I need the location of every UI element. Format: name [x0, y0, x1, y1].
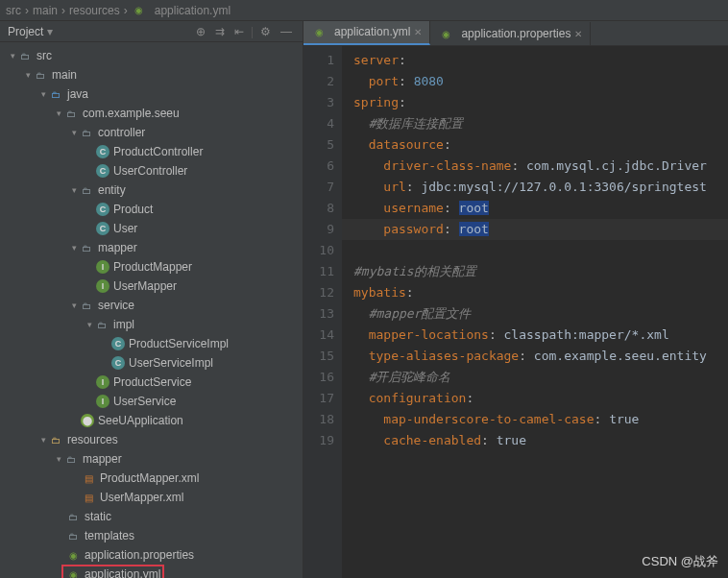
tree-node-class[interactable]: CProduct — [0, 200, 303, 219]
interface-icon: I — [96, 395, 109, 408]
class-icon: C — [111, 337, 125, 350]
tab-label: application.properties — [461, 27, 570, 40]
tree-node-entity[interactable]: ▾🗀entity — [0, 181, 303, 200]
class-icon: C — [96, 164, 109, 178]
class-icon: C — [111, 356, 125, 370]
view-options-icon[interactable]: ⇉ — [212, 25, 228, 38]
tree-node-folder[interactable]: 🗀templates — [0, 526, 303, 545]
tree-node-java[interactable]: ▾🗀java — [0, 84, 303, 104]
tree-node-folder[interactable]: 🗀static — [0, 507, 303, 526]
xml-icon: ▤ — [81, 490, 96, 505]
properties-icon: ◉ — [65, 547, 81, 563]
spring-app-icon: ⬤ — [81, 414, 94, 427]
tab-label: application.yml — [334, 25, 410, 38]
hide-icon[interactable]: — — [278, 25, 295, 38]
tree-node-resources[interactable]: ▾🗀resources — [0, 430, 303, 449]
tree-node-class[interactable]: ⬤SeeUApplication — [0, 411, 303, 430]
tree-node-class[interactable]: CProductServiceImpl — [0, 334, 303, 353]
tree-node-controller[interactable]: ▾🗀controller — [0, 123, 303, 142]
sidebar-header: Project ▾ ⊕ ⇉ ⇤ | ⚙ — — [0, 21, 303, 42]
watermark: CSDN @战斧 — [642, 553, 718, 570]
editor-tabs: ◉ application.yml ✕ ◉ application.proper… — [303, 21, 728, 46]
tree-node-interface[interactable]: IUserMapper — [0, 277, 303, 296]
tree-node-interface[interactable]: IProductService — [0, 373, 303, 392]
close-icon[interactable]: ✕ — [574, 29, 582, 39]
breadcrumb-part[interactable]: resources — [69, 4, 120, 17]
yml-icon: ◉ — [65, 566, 81, 578]
interface-icon: I — [96, 375, 109, 389]
breadcrumb: src › main › resources › ◉ application.y… — [0, 0, 728, 21]
tree-node-mapper[interactable]: ▾🗀mapper — [0, 238, 303, 257]
interface-icon: I — [96, 279, 109, 293]
project-tree: ▾🗀src ▾🗀main ▾🗀java ▾🗀com.example.seeu ▾… — [0, 42, 303, 578]
project-sidebar: Project ▾ ⊕ ⇉ ⇤ | ⚙ — ▾🗀src ▾🗀main ▾🗀jav… — [0, 21, 303, 578]
editor-body[interactable]: 12345678910111213141516171819 server: po… — [303, 46, 728, 578]
yml-icon: ◉ — [132, 3, 147, 18]
tree-node-src[interactable]: ▾🗀src — [0, 46, 303, 65]
breadcrumb-part[interactable]: application.yml — [155, 4, 231, 17]
tree-node-package[interactable]: ▾🗀com.example.seeu — [0, 104, 303, 123]
tab-application-yml[interactable]: ◉ application.yml ✕ — [303, 21, 430, 45]
tree-node-class[interactable]: CUserController — [0, 161, 303, 181]
sidebar-title: Project — [8, 25, 43, 38]
class-icon: C — [96, 222, 109, 235]
editor-area: ◉ application.yml ✕ ◉ application.proper… — [303, 21, 728, 578]
code-content[interactable]: server: port: 8080 spring: #数据库连接配置 data… — [342, 46, 728, 578]
class-icon: C — [96, 145, 109, 158]
tab-application-properties[interactable]: ◉ application.properties ✕ — [430, 22, 591, 45]
tree-node-yml[interactable]: ◉application.yml — [0, 565, 303, 578]
tree-node-properties[interactable]: ◉application.properties — [0, 545, 303, 565]
class-icon: C — [96, 203, 109, 216]
interface-icon: I — [96, 260, 109, 274]
tree-node-class[interactable]: CUserServiceImpl — [0, 353, 303, 373]
tree-node-class[interactable]: CProductController — [0, 142, 303, 161]
tree-node-impl[interactable]: ▾🗀impl — [0, 315, 303, 334]
tree-node-interface[interactable]: IProductMapper — [0, 257, 303, 277]
breadcrumb-part[interactable]: main — [33, 4, 58, 17]
locate-icon[interactable]: ⊕ — [193, 25, 208, 38]
yml-icon: ◉ — [311, 24, 327, 39]
settings-icon[interactable]: ⚙ — [257, 25, 274, 38]
collapse-icon[interactable]: ⇤ — [231, 25, 247, 38]
tree-node-class[interactable]: CUser — [0, 219, 303, 238]
tree-node-service[interactable]: ▾🗀service — [0, 296, 303, 315]
breadcrumb-part[interactable]: src — [6, 4, 21, 17]
line-gutter: 12345678910111213141516171819 — [303, 46, 342, 578]
xml-icon: ▤ — [81, 470, 96, 486]
tree-node-xml[interactable]: ▤ProductMapper.xml — [0, 469, 303, 488]
properties-icon: ◉ — [438, 26, 453, 41]
tree-node-main[interactable]: ▾🗀main — [0, 65, 303, 84]
close-icon[interactable]: ✕ — [414, 27, 422, 37]
tree-node-interface[interactable]: IUserService — [0, 392, 303, 411]
tree-node-folder[interactable]: ▾🗀mapper — [0, 449, 303, 469]
tree-node-xml[interactable]: ▤UserMapper.xml — [0, 488, 303, 507]
